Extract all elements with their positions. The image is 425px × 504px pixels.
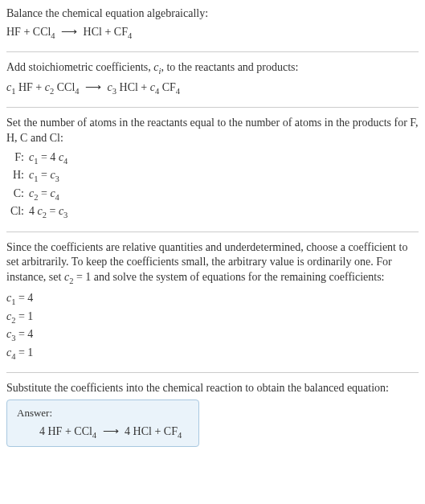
step2-section: Set the number of atoms in the reactants… [6, 116, 419, 222]
atom-label: Cl: [10, 203, 29, 219]
intro-section: Balance the chemical equation algebraica… [6, 6, 419, 42]
step2-text: Set the number of atoms in the reactants… [6, 116, 419, 146]
solution-list: c1 = 4 c2 = 1 c3 = 4 c4 = 1 [6, 290, 419, 363]
answer-equation: 4 HF + CCl4 ⟶ 4 HCl + CF4 [17, 424, 189, 440]
solution-row: c3 = 4 [6, 326, 419, 344]
divider [6, 107, 419, 108]
step1-section: Add stoichiometric coefficients, ci, to … [6, 60, 419, 97]
atom-label: C: [10, 186, 29, 202]
step3-text: Since the coefficients are relative quan… [6, 240, 419, 288]
intro-title: Balance the chemical equation algebraica… [6, 6, 419, 22]
intro-equation: HF + CCl4 ⟶ HCl + CF4 [6, 25, 419, 42]
atom-row: F: c1 = 4 c4 [10, 150, 419, 167]
atom-equation: c1 = 4 c4 [29, 150, 67, 167]
atom-label: F: [10, 150, 29, 166]
step4-text: Substitute the coefficients into the che… [6, 381, 419, 396]
step3-section: Since the coefficients are relative quan… [6, 240, 419, 363]
step1-text: Add stoichiometric coefficients, ci, to … [6, 60, 419, 77]
divider [6, 372, 419, 373]
solution-row: c2 = 1 [6, 309, 419, 326]
step4-section: Substitute the coefficients into the che… [6, 381, 419, 447]
solution-row: c4 = 1 [6, 345, 419, 363]
answer-box: Answer: 4 HF + CCl4 ⟶ 4 HCl + CF4 [6, 400, 199, 447]
atom-equation: c1 = c3 [29, 167, 59, 185]
atom-label: H: [10, 167, 29, 183]
divider [6, 232, 419, 232]
step1-equation: c1 HF + c2 CCl4 ⟶ c3 HCl + c4 CF4 [6, 80, 419, 97]
atom-equation: 4 c2 = c3 [29, 203, 67, 221]
atom-row: H: c1 = c3 [10, 167, 419, 185]
solution-row: c1 = 4 [6, 290, 419, 308]
atom-equation: c2 = c4 [29, 186, 59, 203]
atom-row: Cl: 4 c2 = c3 [10, 203, 419, 221]
atom-equation-table: F: c1 = 4 c4 H: c1 = c3 C: c2 = c4 Cl: 4… [10, 150, 419, 222]
atom-row: C: c2 = c4 [10, 186, 419, 203]
divider [6, 51, 419, 52]
answer-label: Answer: [17, 407, 189, 420]
